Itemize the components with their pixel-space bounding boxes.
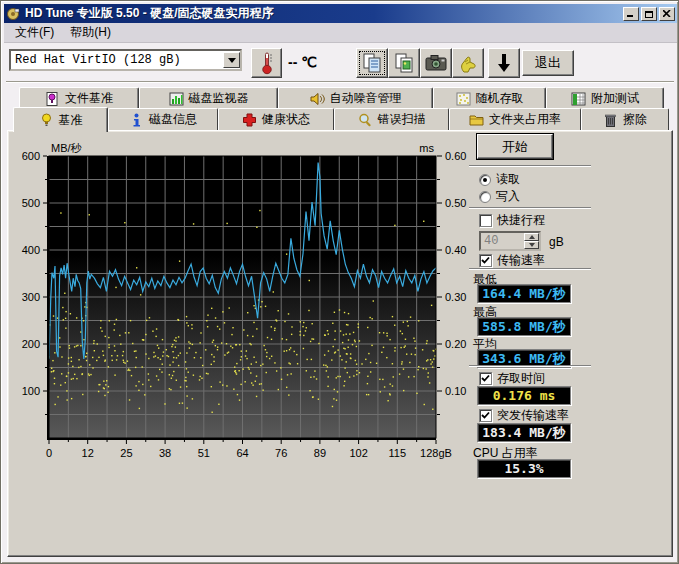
menu-help[interactable]: 帮助(H) xyxy=(63,22,118,43)
screenshot-icon xyxy=(425,54,447,72)
separator xyxy=(469,207,591,209)
aam-icon xyxy=(310,92,325,106)
tab-label: 健康状态 xyxy=(262,111,310,128)
burst-rate-checkbox[interactable]: 突发传输速率 xyxy=(479,407,569,424)
save-results-button[interactable] xyxy=(488,48,520,78)
exit-button[interactable]: 退出 xyxy=(522,50,574,76)
close-icon xyxy=(663,10,671,17)
tab-error-scan[interactable]: 错误扫描 xyxy=(334,108,449,130)
separator xyxy=(469,165,591,167)
svg-text:0: 0 xyxy=(46,447,52,459)
svg-text:0.40: 0.40 xyxy=(445,244,466,256)
svg-text:ms: ms xyxy=(419,142,434,154)
radio-icon xyxy=(479,174,491,186)
close-button[interactable] xyxy=(659,7,675,21)
checkbox-icon xyxy=(479,254,492,267)
separator xyxy=(469,365,591,367)
svg-text:115: 115 xyxy=(389,447,407,459)
tab-folder-usage[interactable]: 文件夹占用率 xyxy=(449,108,581,130)
write-radio[interactable]: 写入 xyxy=(479,188,520,205)
tab-benchmark[interactable]: 基准 xyxy=(13,107,108,132)
spin-up-icon[interactable] xyxy=(524,233,539,241)
disk-monitor-icon xyxy=(169,92,184,106)
copy-text-icon xyxy=(362,52,382,74)
short-stroke-value: 40 xyxy=(481,234,524,248)
toolbar-separator xyxy=(6,81,674,83)
tab-label: 附加测试 xyxy=(591,90,639,107)
tab-erase[interactable]: 擦除 xyxy=(581,108,669,130)
start-button[interactable]: 开始 xyxy=(477,134,553,159)
error-scan-icon xyxy=(358,113,373,127)
svg-text:600: 600 xyxy=(22,150,40,162)
spin-down-icon[interactable] xyxy=(524,241,539,249)
burst-rate-label: 突发传输速率 xyxy=(497,407,569,424)
tab-label: 自动噪音管理 xyxy=(330,90,402,107)
health-icon xyxy=(242,113,257,127)
svg-text:400: 400 xyxy=(22,244,40,256)
svg-text:300: 300 xyxy=(22,291,40,303)
disk-info-icon xyxy=(129,113,144,127)
chevron-down-icon xyxy=(228,58,236,63)
drive-select[interactable]: Red Hat VirtIO (128 gB) xyxy=(9,49,242,71)
maximize-icon xyxy=(645,10,654,18)
cpu-usage-display: 15.3% xyxy=(477,459,571,478)
separator xyxy=(469,268,591,270)
svg-text:89: 89 xyxy=(314,447,326,459)
tab-disk-info[interactable]: 磁盘信息 xyxy=(108,108,218,130)
tab-aam[interactable]: 自动噪音管理 xyxy=(278,87,433,109)
short-stroke-checkbox[interactable]: 快捷行程 xyxy=(479,212,545,229)
minimize-button[interactable] xyxy=(623,7,639,21)
title-bar: HD Tune 专业版 5.50 - 硬盘/固态硬盘实用程序 xyxy=(4,4,677,23)
menu-file[interactable]: 文件(F) xyxy=(8,22,61,43)
transfer-rate-checkbox[interactable]: 传输速率 xyxy=(479,252,545,269)
tab-file-benchmark[interactable]: 文件基准 xyxy=(19,87,139,109)
svg-text:102: 102 xyxy=(349,447,367,459)
svg-text:500: 500 xyxy=(22,197,40,209)
aam-toolbar-button[interactable] xyxy=(452,48,484,78)
spinner-buttons[interactable] xyxy=(524,233,539,249)
maximize-button[interactable] xyxy=(641,7,657,21)
hand-icon xyxy=(458,52,478,74)
copy-text-button[interactable] xyxy=(356,48,388,78)
screenshot-button[interactable] xyxy=(420,48,452,78)
tab-label: 文件夹占用率 xyxy=(489,111,561,128)
svg-text:200: 200 xyxy=(22,338,40,350)
start-button-label: 开始 xyxy=(502,138,528,156)
drive-select-dropdown-button[interactable] xyxy=(223,52,240,68)
access-time-display: 0.176 ms xyxy=(477,386,571,405)
svg-text:38: 38 xyxy=(159,447,171,459)
tab-disk-monitor[interactable]: 磁盘监视器 xyxy=(139,87,278,109)
temperature-readout: -- ℃ xyxy=(288,54,317,70)
read-radio[interactable]: 读取 xyxy=(479,171,520,188)
access-time-checkbox[interactable]: 存取时间 xyxy=(479,370,545,387)
copy-image-icon xyxy=(394,52,414,74)
temperature-button[interactable] xyxy=(251,48,282,78)
svg-text:MB/秒: MB/秒 xyxy=(51,142,83,154)
short-stroke-unit: gB xyxy=(549,235,564,249)
svg-text:12: 12 xyxy=(82,447,94,459)
copy-image-button[interactable] xyxy=(388,48,420,78)
svg-text:0.30: 0.30 xyxy=(445,291,466,303)
temperature-value: -- xyxy=(288,54,297,70)
window-title: HD Tune 专业版 5.50 - 硬盘/固态硬盘实用程序 xyxy=(25,5,273,22)
tab-random-access[interactable]: 随机存取 xyxy=(433,87,546,109)
radio-icon xyxy=(479,191,491,203)
short-stroke-spinner[interactable]: 40 xyxy=(479,231,541,251)
min-transfer-display: 164.4 MB/秒 xyxy=(477,284,571,303)
tab-label: 文件基准 xyxy=(65,90,113,107)
checkbox-icon xyxy=(479,372,492,385)
tab-label: 擦除 xyxy=(623,111,647,128)
minimize-icon xyxy=(627,10,635,17)
svg-text:100: 100 xyxy=(22,385,40,397)
checkbox-icon xyxy=(479,409,492,422)
tab-health[interactable]: 健康状态 xyxy=(218,108,334,130)
tab-label: 磁盘监视器 xyxy=(189,90,249,107)
tab-label: 随机存取 xyxy=(476,90,524,107)
tab-extra-tests[interactable]: 附加测试 xyxy=(546,87,664,109)
read-radio-label: 读取 xyxy=(496,171,520,188)
file-benchmark-icon xyxy=(45,92,60,106)
svg-text:64: 64 xyxy=(236,447,248,459)
tab-label: 错误扫描 xyxy=(378,111,426,128)
max-transfer-display: 585.8 MB/秒 xyxy=(477,317,571,336)
burst-rate-display: 183.4 MB/秒 xyxy=(477,423,571,442)
